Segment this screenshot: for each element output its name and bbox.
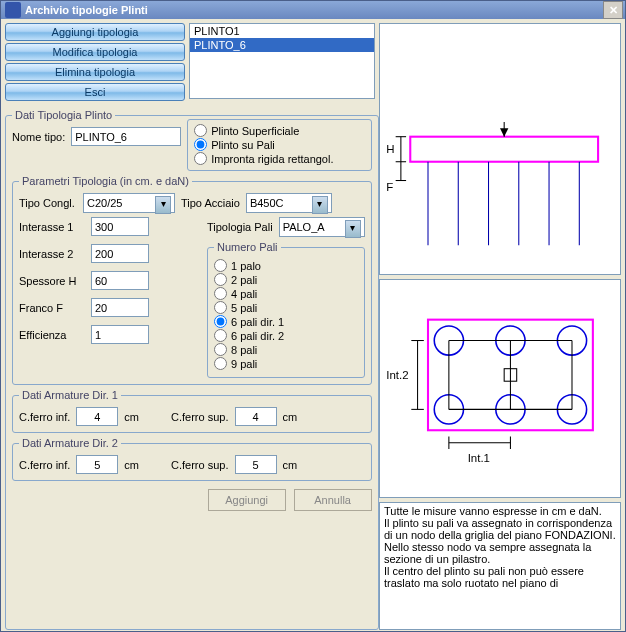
- tipo-acciaio-label: Tipo Acciaio: [181, 197, 240, 209]
- arm1-inf-input[interactable]: [76, 407, 118, 426]
- int1-label: Int.1: [468, 452, 490, 464]
- interasse2-label: Interasse 2: [19, 248, 85, 260]
- arm1-group: Dati Armature Dir. 1 C.ferro inf. cm C.f…: [12, 389, 372, 433]
- cm-label: cm: [124, 459, 139, 471]
- tipo-congl-label: Tipo Congl.: [19, 197, 77, 209]
- radio-pali-7[interactable]: 9 pali: [214, 357, 358, 370]
- cferro-inf-label: C.ferro inf.: [19, 459, 70, 471]
- cferro-sup-label: C.ferro sup.: [171, 411, 228, 423]
- radio-pali-2[interactable]: 4 pali: [214, 287, 358, 300]
- app-icon: [5, 2, 21, 18]
- plan-diagram: Int.2 Int.1: [379, 279, 621, 498]
- h-label: H: [386, 143, 394, 155]
- radio-pali-3[interactable]: 5 pali: [214, 301, 358, 314]
- arm2-group: Dati Armature Dir. 2 C.ferro inf. cm C.f…: [12, 437, 372, 481]
- cm-label: cm: [283, 411, 298, 423]
- add-type-button[interactable]: Aggiungi tipologia: [5, 23, 185, 41]
- svg-rect-0: [410, 137, 598, 162]
- plinto-type-group: Plinto Superficiale Plinto su Pali Impro…: [187, 119, 371, 171]
- cancel-button[interactable]: Annulla: [294, 489, 372, 511]
- arm2-sup-input[interactable]: [235, 455, 277, 474]
- tipo-congl-select[interactable]: C20/25: [83, 193, 175, 213]
- group-label: Dati Armature Dir. 2: [19, 437, 121, 449]
- help-text-box[interactable]: Tutte le misure vanno espresse in cm e d…: [379, 502, 621, 630]
- help-text: Tutte le misure vanno espresse in cm e d…: [384, 505, 619, 589]
- titlebar: Archivio tipologie Plinti ✕: [1, 1, 625, 19]
- radio-pali-4[interactable]: 6 pali dir. 1: [214, 315, 358, 328]
- modify-type-button[interactable]: Modifica tipologia: [5, 43, 185, 61]
- franco-label: Franco F: [19, 302, 85, 314]
- arm1-sup-input[interactable]: [235, 407, 277, 426]
- f-label: F: [386, 181, 393, 193]
- group-label: Dati Armature Dir. 1: [19, 389, 121, 401]
- tipologia-pali-label: Tipologia Pali: [207, 221, 273, 233]
- delete-type-button[interactable]: Elimina tipologia: [5, 63, 185, 81]
- spessore-label: Spessore H: [19, 275, 85, 287]
- arm2-inf-input[interactable]: [76, 455, 118, 474]
- group-label: Dati Tipologia Plinto: [12, 109, 115, 121]
- radio-pali-6[interactable]: 8 pali: [214, 343, 358, 356]
- parametri-group: Parametri Tipologia (in cm. e daN) Tipo …: [12, 175, 372, 385]
- close-button[interactable]: ✕: [603, 1, 623, 19]
- radio-pali-5[interactable]: 6 pali dir. 2: [214, 329, 358, 342]
- radio-pali-1[interactable]: 2 pali: [214, 273, 358, 286]
- radio-impronta[interactable]: Impronta rigida rettangol.: [194, 152, 364, 165]
- cm-label: cm: [124, 411, 139, 423]
- efficienza-label: Efficienza: [19, 329, 85, 341]
- franco-input[interactable]: [91, 298, 149, 317]
- cm-label: cm: [283, 459, 298, 471]
- list-item[interactable]: PLINTO1: [190, 24, 374, 38]
- radio-plinto-pali[interactable]: Plinto su Pali: [194, 138, 364, 151]
- radio-pali-0[interactable]: 1 palo: [214, 259, 358, 272]
- list-item[interactable]: PLINTO_6: [190, 38, 374, 52]
- tipologia-pali-select[interactable]: PALO_A: [279, 217, 365, 237]
- group-label: Numero Pali: [214, 241, 281, 253]
- int2-label: Int.2: [386, 370, 408, 382]
- type-listbox[interactable]: PLINTO1 PLINTO_6: [189, 23, 375, 99]
- dati-tipologia-group: Dati Tipologia Plinto Nome tipo: Plinto …: [5, 109, 379, 630]
- efficienza-input[interactable]: [91, 325, 149, 344]
- exit-button[interactable]: Esci: [5, 83, 185, 101]
- nome-tipo-label: Nome tipo:: [12, 131, 65, 143]
- cferro-inf-label: C.ferro inf.: [19, 411, 70, 423]
- radio-plinto-superficiale[interactable]: Plinto Superficiale: [194, 124, 364, 137]
- cferro-sup-label: C.ferro sup.: [171, 459, 228, 471]
- window-title: Archivio tipologie Plinti: [25, 4, 603, 16]
- interasse1-label: Interasse 1: [19, 221, 85, 233]
- numero-pali-group: Numero Pali 1 palo2 pali4 pali5 pali6 pa…: [207, 241, 365, 378]
- interasse2-input[interactable]: [91, 244, 149, 263]
- interasse1-input[interactable]: [91, 217, 149, 236]
- add-button[interactable]: Aggiungi: [208, 489, 286, 511]
- nome-tipo-input[interactable]: [71, 127, 181, 146]
- spessore-input[interactable]: [91, 271, 149, 290]
- group-label: Parametri Tipologia (in cm. e daN): [19, 175, 192, 187]
- elevation-diagram: H F: [379, 23, 621, 275]
- svg-marker-2: [500, 128, 508, 136]
- tipo-acciaio-select[interactable]: B450C: [246, 193, 332, 213]
